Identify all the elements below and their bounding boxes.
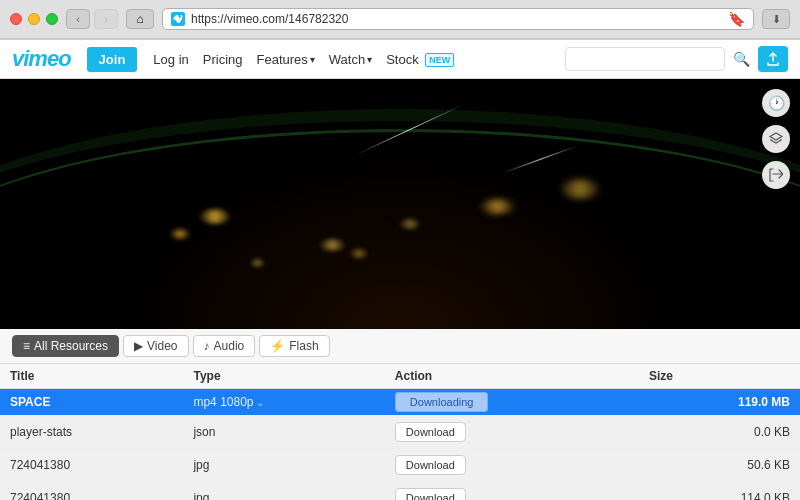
- clock-icon[interactable]: 🕐: [762, 89, 790, 117]
- bookmark-icon: 🔖: [728, 11, 745, 27]
- vimeo-logo: vimeo: [12, 46, 71, 72]
- row-type: jpg: [183, 449, 384, 482]
- row-action: Download: [385, 416, 639, 449]
- search-input[interactable]: [565, 47, 725, 71]
- filter-bar: ≡ All Resources ▶ Video ♪ Audio ⚡ Flash: [0, 329, 800, 364]
- nav-features[interactable]: Features: [257, 52, 315, 67]
- downloading-button: Downloading: [395, 392, 489, 412]
- city-light-5: [400, 219, 420, 229]
- maximize-button[interactable]: [46, 13, 58, 25]
- row-type: mp4 1080p ⌄: [183, 389, 384, 416]
- vimeo-navbar: vimeo Join Log in Pricing Features Watch…: [0, 40, 800, 79]
- table-row: 724041380 jpg Download 114.0 KB: [0, 482, 800, 501]
- filter-audio[interactable]: ♪ Audio: [193, 335, 256, 357]
- row-size: 119.0 MB: [639, 389, 800, 416]
- url-text: https://vimeo.com/146782320: [191, 12, 722, 26]
- row-action: Downloading: [385, 389, 639, 416]
- filter-all-resources[interactable]: ≡ All Resources: [12, 335, 119, 357]
- table-row: SPACE mp4 1080p ⌄ Downloading 119.0 MB: [0, 389, 800, 416]
- minimize-button[interactable]: [28, 13, 40, 25]
- row-title: player-stats: [0, 416, 183, 449]
- video-icon: ▶: [134, 339, 143, 353]
- back-button[interactable]: ‹: [66, 9, 90, 29]
- upload-button[interactable]: [758, 46, 788, 72]
- layers-icon[interactable]: [762, 125, 790, 153]
- download-button[interactable]: Download: [395, 422, 466, 442]
- all-resources-icon: ≡: [23, 339, 30, 353]
- row-type: jpg: [183, 482, 384, 501]
- download-chrome-button[interactable]: ⬇: [762, 9, 790, 29]
- col-size: Size: [639, 364, 800, 389]
- traffic-lights: [10, 13, 58, 25]
- title-bar: ‹ › ⌂ https://vimeo.com/146782320 🔖 ⬇: [0, 0, 800, 39]
- city-light-2: [170, 229, 190, 239]
- nav-login[interactable]: Log in: [153, 52, 188, 67]
- row-title: 724041380: [0, 482, 183, 501]
- row-size: 50.6 KB: [639, 449, 800, 482]
- table-row: 724041380 jpg Download 50.6 KB: [0, 449, 800, 482]
- mp4-label: mp4 1080p: [193, 395, 253, 409]
- mp4-type-selector: mp4 1080p ⌄: [193, 395, 374, 409]
- resources-table: Title Type Action Size SPACE mp4 1080p ⌄…: [0, 364, 800, 500]
- mp4-chevron-icon[interactable]: ⌄: [256, 397, 264, 408]
- nav-pricing[interactable]: Pricing: [203, 52, 243, 67]
- search-icon[interactable]: 🔍: [733, 51, 750, 67]
- row-action: Download: [385, 482, 639, 501]
- row-size: 114.0 KB: [639, 482, 800, 501]
- col-title: Title: [0, 364, 183, 389]
- city-light-3: [320, 239, 345, 251]
- filter-video[interactable]: ▶ Video: [123, 335, 188, 357]
- row-title: 724041380: [0, 449, 183, 482]
- close-button[interactable]: [10, 13, 22, 25]
- city-light-8: [350, 249, 368, 258]
- share-icon[interactable]: [762, 161, 790, 189]
- city-light-1: [200, 209, 230, 224]
- city-light-7: [250, 259, 265, 267]
- audio-icon: ♪: [204, 339, 210, 353]
- site-favicon: [171, 12, 185, 26]
- table-row: player-stats json Download 0.0 KB: [0, 416, 800, 449]
- address-bar[interactable]: https://vimeo.com/146782320 🔖: [162, 8, 754, 30]
- flash-icon: ⚡: [270, 339, 285, 353]
- browser-chrome: ‹ › ⌂ https://vimeo.com/146782320 🔖 ⬇: [0, 0, 800, 40]
- video-player[interactable]: 🕐: [0, 79, 800, 329]
- stock-new-badge: NEW: [425, 53, 454, 67]
- nav-links: Log in Pricing Features Watch Stock NEW: [153, 52, 454, 67]
- filter-flash[interactable]: ⚡ Flash: [259, 335, 329, 357]
- download-button[interactable]: Download: [395, 488, 466, 500]
- download-button[interactable]: Download: [395, 455, 466, 475]
- table-body: SPACE mp4 1080p ⌄ Downloading 119.0 MB p…: [0, 389, 800, 501]
- home-button[interactable]: ⌂: [126, 9, 154, 29]
- video-overlay-icons: 🕐: [762, 89, 790, 189]
- join-button[interactable]: Join: [87, 47, 138, 72]
- forward-button[interactable]: ›: [94, 9, 118, 29]
- row-action: Download: [385, 449, 639, 482]
- nav-stock[interactable]: Stock NEW: [386, 52, 454, 67]
- nav-watch[interactable]: Watch: [329, 52, 372, 67]
- atmosphere-glow: [0, 109, 800, 329]
- col-type: Type: [183, 364, 384, 389]
- col-action: Action: [385, 364, 639, 389]
- resources-table-container: Title Type Action Size SPACE mp4 1080p ⌄…: [0, 364, 800, 500]
- nav-right: 🔍: [565, 46, 788, 72]
- city-light-4: [480, 199, 515, 214]
- city-light-6: [560, 179, 600, 199]
- nav-buttons: ‹ ›: [66, 9, 118, 29]
- row-type: json: [183, 416, 384, 449]
- row-size: 0.0 KB: [639, 416, 800, 449]
- row-title: SPACE: [0, 389, 183, 416]
- table-header: Title Type Action Size: [0, 364, 800, 389]
